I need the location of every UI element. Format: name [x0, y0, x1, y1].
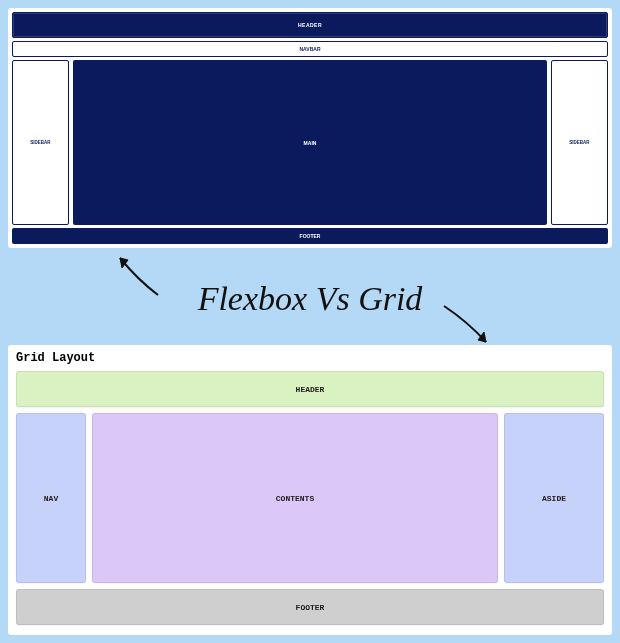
flex-header-region: HEADER [12, 12, 608, 38]
flex-middle-row: SIDEBAR MAIN SIDEBAR [12, 60, 608, 225]
grid-contents-label: CONTENTS [276, 494, 314, 503]
flex-header-label: HEADER [298, 22, 322, 28]
flex-footer-label: FOOTER [300, 233, 321, 239]
grid-panel-title: Grid Layout [16, 351, 604, 365]
grid-header-label: HEADER [296, 385, 325, 394]
grid-footer-region: FOOTER [16, 589, 604, 625]
flex-sidebar-left: SIDEBAR [12, 60, 69, 225]
flexbox-example-panel: HEADER NAVBAR SIDEBAR MAIN SIDEBAR FOOTE… [8, 8, 612, 248]
grid-aside-label: ASIDE [542, 494, 566, 503]
comparison-title: Flexbox Vs Grid [0, 280, 620, 318]
flex-navbar-label: NAVBAR [299, 46, 320, 52]
flex-sidebar-right: SIDEBAR [551, 60, 608, 225]
grid-footer-label: FOOTER [296, 603, 325, 612]
grid-nav-region: NAV [16, 413, 86, 583]
grid-header-region: HEADER [16, 371, 604, 407]
flex-main-label: MAIN [304, 140, 317, 146]
grid-example-panel: Grid Layout HEADER NAV CONTENTS ASIDE FO… [8, 345, 612, 635]
flex-navbar-region: NAVBAR [12, 41, 608, 57]
arrow-to-grid-icon [438, 300, 498, 350]
grid-contents-region: CONTENTS [92, 413, 498, 583]
flex-sidebar-right-label: SIDEBAR [569, 140, 589, 145]
flex-main-region: MAIN [73, 60, 547, 225]
grid-nav-label: NAV [44, 494, 58, 503]
flex-sidebar-left-label: SIDEBAR [30, 140, 50, 145]
flex-footer-region: FOOTER [12, 228, 608, 244]
grid-aside-region: ASIDE [504, 413, 604, 583]
grid-layout-container: HEADER NAV CONTENTS ASIDE FOOTER [16, 371, 604, 625]
